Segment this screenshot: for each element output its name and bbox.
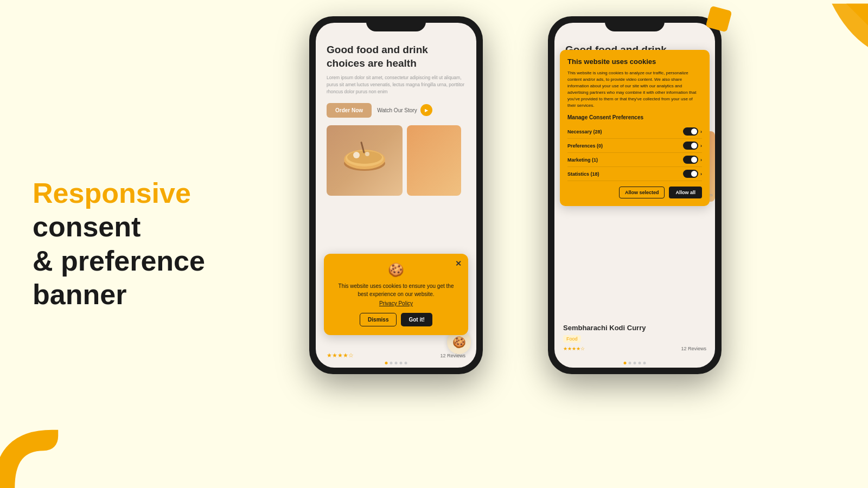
watch-story-button[interactable]: Watch Our Story ▶: [377, 104, 432, 116]
dot-5: [405, 362, 407, 364]
toggle-preferences[interactable]: [683, 142, 698, 150]
play-icon: ▶: [420, 104, 432, 116]
consent-panel: This website uses cookies This website i…: [560, 50, 710, 206]
phone2-dots: [624, 362, 646, 364]
consent-row-preferences: Preferences (0) ›: [567, 139, 702, 153]
consent-toggle-necessary: ›: [683, 127, 702, 136]
consent-description: This website is using cookies to analyze…: [567, 70, 702, 109]
phone1-buttons: Order Now Watch Our Story ▶: [327, 103, 465, 118]
phone1-images: [327, 125, 465, 196]
consent-row-statistics: Statistics (18) ›: [567, 167, 702, 181]
allow-all-button[interactable]: Allow all: [669, 187, 702, 198]
gotit-button[interactable]: Got it!: [401, 313, 432, 326]
food-image-secondary: [407, 125, 461, 196]
phone1-screen: Good food and drink choices are health L…: [316, 23, 476, 368]
phone1-stars: ★★★★☆: [327, 352, 354, 359]
cookie-banner: ✕ 🍪 This website uses cookies to ensure …: [324, 254, 468, 335]
phone2-reviews: 12 Reviews: [681, 346, 706, 351]
consent-title: This website uses cookies: [567, 57, 702, 66]
phone1-heading: Good food and drink choices are health: [327, 43, 465, 70]
dot-3: [395, 362, 398, 364]
phone2-screen: Good food and drink choices are health L…: [554, 23, 715, 368]
cookie-actions: Dismiss Got it!: [333, 313, 459, 326]
phone1-notch: [366, 16, 426, 31]
toggle-marketing[interactable]: [683, 156, 698, 164]
dot-2: [390, 362, 393, 364]
phone1-lorem: Lorem ipsum dolor sit amet, consectetur …: [327, 74, 465, 95]
consent-row-marketing: Marketing (1) ›: [567, 153, 702, 167]
heading-preference: & preference banner: [33, 244, 293, 312]
consent-row-necessary: Necessary (28) ›: [567, 125, 702, 139]
consent-label-preferences: Preferences (0): [567, 143, 603, 149]
phone2-dot-5: [643, 362, 646, 364]
toggle-statistics[interactable]: [683, 170, 698, 178]
consent-label-statistics: Statistics (18): [567, 171, 599, 177]
phone2-dot-1: [624, 362, 627, 364]
phone2: Good food and drink choices are health L…: [548, 16, 722, 374]
consent-buttons: Allow selected Allow all: [567, 187, 702, 198]
chevron-preferences: ›: [700, 143, 702, 149]
phone1-dots: [385, 362, 407, 364]
deco-bottom-left: [0, 401, 87, 488]
consent-toggle-statistics: ›: [683, 170, 702, 178]
phone2-food-section: Sembharachi Kodi Curry Food ★★★★☆ 12 Rev…: [563, 324, 706, 351]
order-now-button[interactable]: Order Now: [327, 103, 372, 118]
cookie-text: This website uses cookies to ensure you …: [333, 282, 459, 298]
toggle-necessary[interactable]: [683, 127, 698, 136]
svg-point-4: [353, 152, 360, 158]
soup-illustration: [327, 125, 403, 196]
consent-label-marketing: Marketing (1): [567, 157, 598, 163]
dismiss-button[interactable]: Dismiss: [360, 313, 397, 326]
phone1-bottom: ★★★★☆ 12 Reviews: [327, 352, 465, 359]
phone2-notch: [605, 16, 665, 31]
consent-manage-label: Manage Consent Preferences: [567, 114, 702, 120]
phone1: Good food and drink choices are health L…: [309, 16, 483, 374]
phone2-dot-4: [639, 362, 641, 364]
heading-consent: consent: [33, 211, 141, 243]
dot-4: [400, 362, 403, 364]
phone2-food-tag: Food: [563, 335, 581, 343]
phone2-stars: ★★★★☆: [563, 346, 585, 351]
dot-1: [385, 362, 388, 364]
phone2-dot-2: [629, 362, 631, 364]
phone2-food-title: Sembharachi Kodi Curry: [563, 324, 706, 332]
heading-responsive: Responsive: [33, 177, 191, 209]
cookie-icon: 🍪: [333, 262, 459, 278]
consent-label-necessary: Necessary (28): [567, 129, 602, 134]
svg-point-5: [365, 152, 369, 156]
allow-selected-button[interactable]: Allow selected: [619, 187, 665, 198]
phone1-wrapper: Good food and drink choices are health L…: [309, 16, 483, 374]
phone2-wrapper: Good food and drink choices are health L…: [548, 16, 722, 374]
deco-top-right: [803, 0, 868, 65]
chevron-marketing: ›: [700, 157, 702, 163]
consent-toggle-preferences: ›: [683, 142, 702, 150]
chevron-statistics: ›: [700, 171, 702, 177]
left-section: Responsive consent & preference banner: [33, 176, 293, 312]
consent-toggle-marketing: ›: [683, 156, 702, 164]
phone2-dot-3: [634, 362, 636, 364]
privacy-policy-link[interactable]: Privacy Policy: [333, 300, 459, 306]
food-image-main: [327, 125, 403, 196]
cookie-close-button[interactable]: ✕: [455, 259, 462, 268]
soup-svg: [337, 139, 392, 182]
chevron-necessary: ›: [700, 129, 702, 134]
